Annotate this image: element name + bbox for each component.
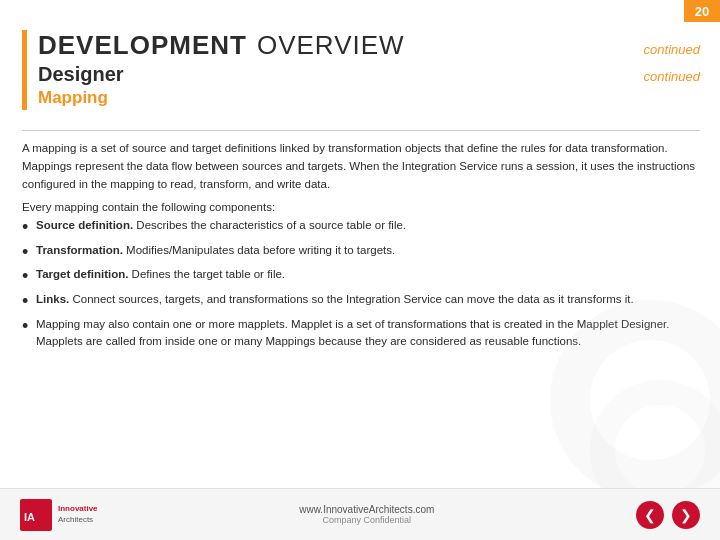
header-area: DEVELOPMENT OVERVIEW continued Designer …	[38, 30, 700, 108]
footer-logo: IA Innovative Architects	[20, 499, 98, 531]
bullet-detail: Defines the target table or file.	[128, 268, 285, 280]
page-container: 20 DEVELOPMENT OVERVIEW continued Design…	[0, 0, 720, 540]
continued-bottom-label: continued	[644, 69, 700, 84]
list-item: • Target definition. Defines the target …	[22, 266, 700, 288]
overview-title: OVERVIEW	[257, 30, 405, 61]
intro-text: A mapping is a set of source and target …	[22, 142, 695, 190]
logo-text: Innovative Architects	[58, 504, 98, 525]
bullet-list: • Source definition. Describes the chara…	[22, 217, 700, 351]
bullet-detail: Modifies/Manipulates data before writing…	[123, 244, 395, 256]
bullet-detail: Describes the characteristics of a sourc…	[133, 219, 406, 231]
designer-subtitle: Designer	[38, 63, 124, 86]
svg-text:IA: IA	[24, 511, 35, 523]
footer-confidential: Company Confidential	[299, 515, 434, 525]
bullet-text: Target definition. Defines the target ta…	[36, 266, 700, 284]
footer-center: www.InnovativeArchitects.com Company Con…	[299, 504, 434, 525]
continued-top-label: continued	[644, 42, 700, 57]
footer: IA Innovative Architects www.InnovativeA…	[0, 488, 720, 540]
bullet-dot: •	[22, 266, 36, 288]
bullet-dot: •	[22, 242, 36, 264]
list-item: • Links. Connect sources, targets, and t…	[22, 291, 700, 313]
next-button[interactable]: ❯	[672, 501, 700, 529]
subtitle-row: Designer continued	[38, 63, 700, 86]
bullet-term: Target definition.	[36, 268, 128, 280]
list-item: • Source definition. Describes the chara…	[22, 217, 700, 239]
bullet-term: Transformation.	[36, 244, 123, 256]
bullet-term: Links.	[36, 293, 69, 305]
intro-paragraph: A mapping is a set of source and target …	[22, 140, 700, 193]
page-number: 20	[684, 0, 720, 22]
bullet-text: Transformation. Modifies/Manipulates dat…	[36, 242, 700, 260]
bullet-text: Links. Connect sources, targets, and tra…	[36, 291, 700, 309]
bullet-term: Source definition.	[36, 219, 133, 231]
bullet-detail: Connect sources, targets, and transforma…	[69, 293, 633, 305]
title-left: DEVELOPMENT OVERVIEW	[38, 30, 405, 61]
list-item: • Transformation. Modifies/Manipulates d…	[22, 242, 700, 264]
development-title: DEVELOPMENT	[38, 30, 247, 61]
header-divider	[22, 130, 700, 131]
prev-button[interactable]: ❮	[636, 501, 664, 529]
bullet-dot: •	[22, 291, 36, 313]
left-accent-bar	[22, 30, 27, 110]
mapping-section-title: Mapping	[38, 88, 700, 108]
footer-url: www.InnovativeArchitects.com	[299, 504, 434, 515]
main-content: A mapping is a set of source and target …	[22, 140, 700, 485]
title-row: DEVELOPMENT OVERVIEW continued	[38, 30, 700, 61]
bullet-text: Mapping may also contain one or more map…	[36, 316, 700, 352]
footer-navigation: ❮ ❯	[636, 501, 700, 529]
company-logo-icon: IA	[20, 499, 52, 531]
bullet-detail: Mapping may also contain one or more map…	[36, 318, 669, 348]
bullet-dot: •	[22, 217, 36, 239]
bullet-dot: •	[22, 316, 36, 338]
bullet-text: Source definition. Describes the charact…	[36, 217, 700, 235]
components-label: Every mapping contain the following comp…	[22, 199, 700, 217]
list-item: • Mapping may also contain one or more m…	[22, 316, 700, 352]
